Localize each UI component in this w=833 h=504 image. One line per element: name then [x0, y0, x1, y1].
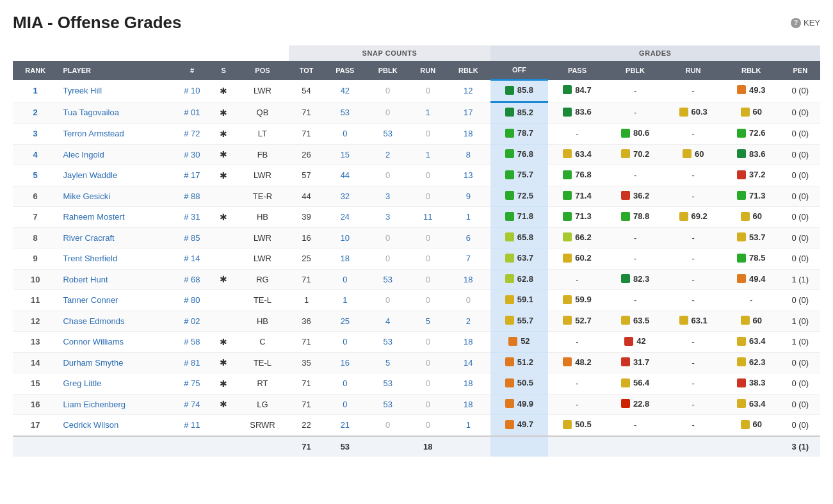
player-name-cell[interactable]: Greg Little [58, 373, 172, 394]
number-cell: # 31 [173, 207, 211, 228]
grade-value: 59.1 [517, 295, 533, 304]
off-grade-cell: 55.7 [490, 311, 549, 332]
pass-grade-cell: 48.2 [548, 352, 606, 373]
starter-cell: ✱ [211, 207, 236, 228]
player-name-cell[interactable]: Tyreek Hill [58, 80, 172, 102]
key-button[interactable]: ? KEY [791, 18, 820, 28]
player-name-cell[interactable]: Alec Ingold [58, 144, 172, 165]
rank-cell: 10 [13, 269, 58, 290]
grade-dot [679, 108, 688, 117]
footer-run-g [664, 436, 722, 457]
grade-value: 60 [695, 149, 704, 159]
pos-cell: TE-L [236, 352, 289, 373]
player-name-cell[interactable]: Tua Tagovailoa [58, 102, 172, 124]
player-name-cell[interactable]: Jaylen Waddle [58, 165, 172, 186]
grade-cell: 69.2 [679, 211, 708, 221]
grade-value: 80.6 [633, 128, 649, 138]
player-link[interactable]: Jaylen Waddle [63, 170, 117, 180]
dash: - [691, 295, 694, 305]
player-link[interactable]: River Cracraft [63, 233, 114, 243]
player-name-cell[interactable]: Liam Eichenberg [58, 394, 172, 415]
player-link[interactable]: Liam Eichenberg [63, 400, 125, 409]
player-name-cell[interactable]: Raheem Mostert [58, 207, 172, 228]
grade-dot [505, 232, 514, 241]
col-header-row: RANK PLAYER # S POS TOT PASS PBLK RUN RB… [13, 61, 820, 80]
col-tot: TOT [289, 61, 323, 80]
grade-cell: 37.2 [737, 170, 765, 179]
player-link[interactable]: Durham Smythe [63, 358, 123, 368]
grade-value: 72.5 [517, 191, 533, 200]
grade-dot [737, 149, 746, 158]
grade-value: 60.3 [691, 107, 708, 117]
rblk-snap-cell: 18 [446, 332, 490, 353]
grade-value: 63.4 [575, 149, 591, 159]
player-link[interactable]: Trent Sherfield [63, 254, 117, 263]
player-link[interactable]: Robert Hunt [63, 275, 108, 284]
player-name-cell[interactable]: Cedrick Wilson [58, 415, 172, 436]
player-name-cell[interactable]: Tanner Conner [58, 290, 172, 311]
run-grade-cell: - [664, 248, 722, 270]
grade-dot [621, 274, 630, 283]
player-link[interactable]: Alec Ingold [63, 150, 104, 159]
grade-dot [624, 337, 633, 346]
grade-cell: 78.5 [737, 253, 765, 263]
player-link[interactable]: Cedrick Wilson [63, 420, 118, 430]
grade-cell: 50.5 [505, 378, 533, 387]
player-name-cell[interactable]: Durham Smythe [58, 352, 172, 373]
player-link[interactable]: Raheem Mostert [63, 212, 124, 222]
off-grade-cell: 59.1 [490, 290, 549, 311]
grade-cell: 65.8 [505, 232, 533, 242]
pen-cell: 0 (0) [780, 124, 820, 145]
grade-cell: 62.8 [505, 274, 533, 284]
grade-value: 52.7 [575, 316, 591, 325]
starter-cell: ✱ [211, 373, 236, 394]
run-grade-cell: - [664, 352, 722, 373]
grade-value: 76.8 [575, 170, 591, 179]
number-cell: # 58 [173, 332, 211, 353]
run-snap-cell: 0 [409, 248, 446, 270]
pblk-grade-cell: - [606, 227, 665, 248]
grade-value: 75.7 [517, 170, 533, 179]
pblk-grade-cell: - [606, 248, 665, 270]
dash: - [691, 170, 694, 180]
player-link[interactable]: Mike Gesicki [63, 191, 110, 201]
grade-cell: 72.6 [737, 128, 765, 138]
grade-dot [737, 191, 746, 200]
grade-value: 52 [521, 336, 530, 346]
pen-cell: 0 (0) [780, 165, 820, 186]
player-name-cell[interactable]: Terron Armstead [58, 124, 172, 145]
player-link[interactable]: Tyreek Hill [63, 86, 102, 95]
pos-cell: FB [236, 144, 289, 165]
grade-cell: 60 [683, 149, 704, 159]
player-name-cell[interactable]: River Cracraft [58, 227, 172, 248]
grade-dot [563, 357, 572, 366]
player-link[interactable]: Connor Williams [63, 337, 124, 346]
player-name-cell[interactable]: Connor Williams [58, 332, 172, 353]
footer-pblk-g [606, 436, 665, 457]
run-snap-cell: 5 [409, 311, 446, 332]
player-name-cell[interactable]: Chase Edmonds [58, 311, 172, 332]
grade-cell: 49.7 [505, 419, 533, 429]
run-snap-cell: 0 [409, 290, 446, 311]
player-name-cell[interactable]: Mike Gesicki [58, 186, 172, 207]
tot-cell: 71 [289, 269, 323, 290]
player-link[interactable]: Chase Edmonds [63, 316, 124, 326]
player-name-cell[interactable]: Trent Sherfield [58, 248, 172, 270]
player-link[interactable]: Greg Little [63, 378, 101, 388]
player-link[interactable]: Terron Armstead [63, 129, 124, 138]
dash: - [691, 191, 694, 201]
pblk-grade-cell: - [606, 102, 665, 124]
table-row: 8 River Cracraft # 85 LWR 16 10 0 0 6 65… [13, 227, 820, 248]
pass-snap-cell: 32 [324, 186, 366, 207]
player-link[interactable]: Tua Tagovailoa [63, 108, 118, 117]
run-grade-cell: - [664, 269, 722, 290]
grade-cell: 56.4 [621, 378, 649, 387]
player-link[interactable]: Tanner Conner [63, 295, 118, 305]
pos-cell: TE-L [236, 290, 289, 311]
player-name-cell[interactable]: Robert Hunt [58, 269, 172, 290]
dash: - [691, 254, 694, 263]
rblk-grade-cell: 78.5 [722, 248, 780, 270]
grade-dot [563, 212, 572, 221]
pen-cell: 0 (0) [780, 207, 820, 228]
key-label: KEY [804, 18, 820, 28]
